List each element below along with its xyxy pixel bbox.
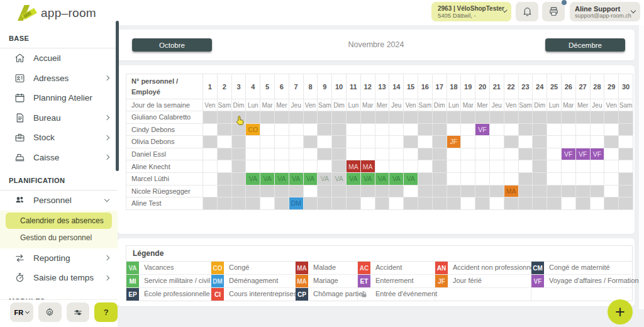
day-cell[interactable] — [461, 172, 475, 185]
sidebar-item-stock[interactable]: Stock — [0, 128, 118, 148]
day-cell[interactable] — [203, 197, 218, 210]
day-cell[interactable] — [432, 197, 447, 210]
absence-cell-va[interactable]: VA — [303, 172, 318, 185]
day-cell[interactable] — [246, 185, 260, 197]
day-cell[interactable] — [590, 123, 604, 136]
day-cell[interactable] — [231, 136, 246, 148]
day-cell[interactable] — [260, 148, 275, 160]
day-cell[interactable] — [590, 197, 604, 210]
day-cell[interactable] — [246, 111, 260, 124]
day-cell[interactable] — [547, 185, 562, 197]
day-cell[interactable] — [289, 160, 303, 173]
day-cell[interactable] — [303, 197, 318, 210]
day-cell[interactable] — [274, 111, 289, 124]
day-cell[interactable] — [461, 160, 475, 173]
day-cell[interactable] — [375, 123, 389, 136]
day-cell[interactable] — [404, 148, 418, 160]
day-cell[interactable] — [203, 111, 218, 124]
day-cell[interactable] — [533, 123, 547, 136]
day-cell[interactable] — [346, 136, 360, 148]
day-cell[interactable] — [346, 197, 360, 210]
absence-cell-ma[interactable]: MA — [504, 185, 518, 197]
day-cell[interactable] — [604, 160, 619, 173]
print-button[interactable] — [542, 2, 565, 21]
day-cell[interactable] — [447, 111, 461, 124]
day-cell[interactable] — [389, 136, 404, 148]
day-cell[interactable] — [447, 172, 461, 185]
day-cell[interactable] — [475, 197, 490, 210]
day-cell[interactable] — [561, 172, 575, 185]
day-cell[interactable] — [547, 160, 562, 173]
add-entry-fab[interactable]: + — [608, 299, 633, 324]
absence-cell-va[interactable]: VA — [260, 172, 275, 185]
day-cell[interactable] — [575, 172, 590, 185]
day-cell[interactable] — [533, 111, 547, 124]
day-cell[interactable] — [575, 111, 590, 124]
next-month-button[interactable]: Décembre — [545, 38, 625, 52]
day-cell[interactable] — [404, 197, 418, 210]
day-cell[interactable] — [604, 111, 619, 124]
day-cell[interactable] — [604, 197, 619, 210]
day-cell[interactable] — [404, 123, 418, 136]
day-cell[interactable] — [461, 197, 475, 210]
day-cell[interactable] — [547, 172, 562, 185]
day-cell[interactable] — [332, 111, 347, 124]
absence-cell-ma[interactable]: MA — [360, 160, 375, 173]
day-cell[interactable] — [274, 123, 289, 136]
day-cell[interactable] — [619, 148, 633, 160]
day-cell[interactable] — [418, 160, 432, 173]
day-cell[interactable] — [432, 185, 447, 197]
day-cell[interactable] — [346, 148, 360, 160]
day-cell[interactable] — [332, 136, 347, 148]
day-cell[interactable] — [432, 172, 447, 185]
day-cell[interactable] — [518, 111, 533, 124]
sidebar-item-caisse[interactable]: Caisse — [0, 148, 118, 168]
day-cell[interactable] — [360, 185, 375, 197]
day-cell[interactable] — [346, 111, 360, 124]
day-cell[interactable] — [332, 123, 347, 136]
day-cell[interactable] — [418, 197, 432, 210]
day-cell[interactable] — [260, 123, 275, 136]
day-cell[interactable] — [217, 197, 231, 210]
day-cell[interactable] — [360, 123, 375, 136]
absence-cell-va[interactable]: VA — [360, 172, 375, 185]
day-cell[interactable] — [561, 197, 575, 210]
day-cell[interactable] — [432, 160, 447, 173]
day-cell[interactable] — [489, 172, 504, 185]
day-cell[interactable] — [432, 148, 447, 160]
day-cell[interactable] — [203, 136, 218, 148]
day-cell[interactable] — [246, 148, 260, 160]
day-cell[interactable] — [289, 148, 303, 160]
day-cell[interactable] — [318, 185, 332, 197]
day-cell[interactable] — [575, 136, 590, 148]
day-cell[interactable] — [489, 185, 504, 197]
day-cell[interactable] — [274, 160, 289, 173]
day-cell[interactable] — [203, 185, 218, 197]
day-cell[interactable] — [432, 136, 447, 148]
day-cell[interactable] — [518, 123, 533, 136]
day-cell[interactable] — [375, 148, 389, 160]
sidebar-item-adresses[interactable]: Adresses — [0, 69, 118, 89]
day-cell[interactable] — [289, 185, 303, 197]
day-cell[interactable] — [318, 123, 332, 136]
day-cell[interactable] — [619, 123, 633, 136]
day-cell[interactable] — [260, 160, 275, 173]
submenu-item-gestion-du-personnel[interactable]: Gestion du personnel — [0, 230, 118, 246]
day-cell[interactable] — [231, 111, 246, 124]
day-cell[interactable] — [619, 172, 633, 185]
sidebar-item-bureau[interactable]: Bureau — [0, 108, 118, 128]
day-cell[interactable] — [561, 123, 575, 136]
day-cell[interactable] — [318, 197, 332, 210]
day-cell[interactable] — [504, 136, 518, 148]
day-cell[interactable] — [504, 111, 518, 124]
day-cell[interactable] — [404, 111, 418, 124]
day-cell[interactable] — [375, 136, 389, 148]
day-cell[interactable] — [604, 172, 619, 185]
day-cell[interactable] — [246, 197, 260, 210]
day-cell[interactable] — [418, 185, 432, 197]
absence-cell-va[interactable]: VA — [274, 172, 289, 185]
day-cell[interactable] — [590, 111, 604, 124]
absence-cell-dm[interactable]: DM — [289, 197, 303, 210]
day-cell[interactable] — [217, 148, 231, 160]
day-cell[interactable] — [389, 123, 404, 136]
